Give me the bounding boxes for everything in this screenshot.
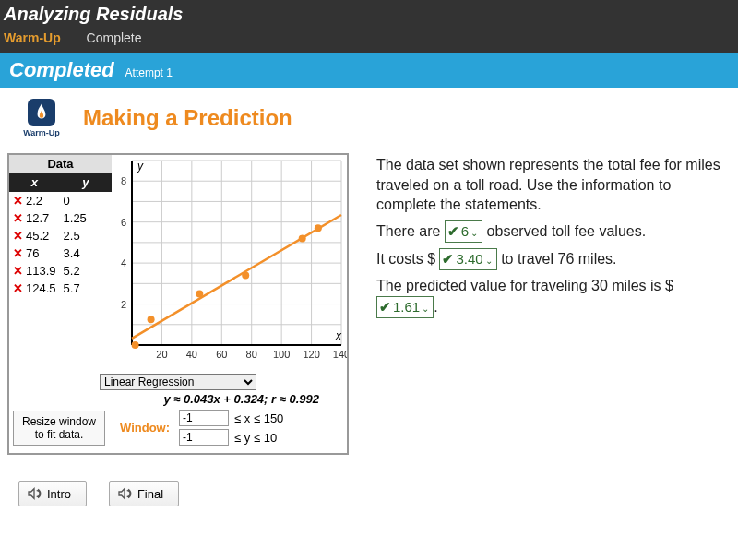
footer: Intro Final: [0, 473, 738, 521]
delete-row-icon[interactable]: ✕: [13, 246, 26, 260]
regression-select[interactable]: Linear Regression: [100, 374, 256, 390]
table-row: ✕124.55.7: [9, 280, 112, 297]
svg-text:100: 100: [273, 349, 290, 360]
svg-point-39: [315, 224, 322, 232]
col-header-y: y: [60, 173, 112, 192]
svg-point-34: [132, 341, 139, 349]
window-y-range: ≤ y ≤ 10: [234, 431, 283, 445]
window-label: Window:: [120, 421, 170, 435]
svg-text:y: y: [137, 160, 144, 173]
content-row: Data x y ✕2.20✕12.71.25✕45.22.5✕763.4✕11…: [0, 149, 738, 473]
scatter-plot: 204060801001201402468xy: [112, 155, 347, 367]
header-tabs: Warm-Up Complete: [4, 30, 738, 45]
intro-audio-button[interactable]: Intro: [18, 481, 87, 506]
delete-row-icon[interactable]: ✕: [13, 211, 26, 225]
data-table-wrap: Data x y ✕2.20✕12.71.25✕45.22.5✕763.4✕11…: [9, 155, 112, 370]
col-header-x: x: [9, 173, 60, 192]
window-xmin-input[interactable]: [179, 410, 229, 426]
lesson-header: Warm-Up Making a Prediction: [0, 88, 738, 149]
status-label: Completed: [9, 58, 114, 81]
warmup-badge-label: Warm-Up: [18, 128, 65, 137]
svg-text:40: 40: [186, 349, 197, 360]
svg-text:60: 60: [216, 349, 227, 360]
svg-point-37: [242, 271, 249, 279]
statement-pred30: The predicted value for traveling 30 mil…: [376, 276, 731, 318]
intro-paragraph: The data set shown represents the total …: [376, 155, 731, 215]
regression-equation: y ≈ 0.043x + 0.324; r ≈ 0.992: [13, 392, 319, 406]
table-row: ✕763.4: [9, 244, 112, 262]
window-ymin-input[interactable]: [179, 429, 229, 446]
svg-text:140: 140: [333, 349, 347, 360]
svg-text:120: 120: [303, 349, 319, 360]
delete-row-icon[interactable]: ✕: [13, 264, 26, 278]
svg-text:80: 80: [246, 349, 257, 360]
chart-area: 204060801001201402468xy: [112, 155, 347, 370]
data-table-title: Data: [9, 155, 112, 173]
svg-line-33: [132, 215, 341, 339]
speaker-icon: [117, 486, 132, 501]
status-attempt: Attempt 1: [125, 66, 173, 79]
tab-warmup[interactable]: Warm-Up: [4, 30, 61, 45]
table-row: ✕2.20: [9, 192, 112, 209]
status-bar: Completed Attempt 1: [0, 53, 738, 88]
delete-row-icon[interactable]: ✕: [13, 281, 26, 295]
left-panel: Data x y ✕2.20✕12.71.25✕45.22.5✕763.4✕11…: [7, 153, 349, 455]
delete-row-icon[interactable]: ✕: [13, 194, 26, 208]
window-x-range: ≤ x ≤ 150: [234, 411, 283, 425]
svg-point-36: [196, 290, 203, 297]
table-row: ✕45.22.5: [9, 227, 112, 244]
answer-cost76[interactable]: ✔3.40⌄: [439, 248, 496, 270]
answer-pred30[interactable]: ✔1.61⌄: [376, 296, 434, 318]
speaker-icon: [27, 486, 42, 501]
table-row: ✕12.71.25: [9, 209, 112, 227]
page-title: Analyzing Residuals: [4, 4, 738, 25]
lesson-title: Making a Prediction: [83, 105, 292, 131]
svg-text:x: x: [335, 329, 342, 342]
resize-window-button[interactable]: Resize window to fit data.: [13, 411, 105, 446]
svg-text:6: 6: [121, 217, 126, 228]
statement-count: There are ✔6⌄ observed toll fee values.: [376, 220, 731, 243]
app-header: Analyzing Residuals Warm-Up Complete: [0, 0, 738, 53]
delete-row-icon[interactable]: ✕: [13, 229, 26, 243]
svg-point-38: [299, 234, 306, 242]
data-table: x y ✕2.20✕12.71.25✕45.22.5✕763.4✕113.95.…: [9, 173, 112, 315]
final-audio-button[interactable]: Final: [109, 481, 179, 506]
table-row: ✕113.95.2: [9, 262, 112, 280]
statement-cost76: It costs $ ✔3.40⌄ to travel 76 miles.: [376, 248, 731, 270]
tab-complete[interactable]: Complete: [87, 30, 142, 45]
right-panel: The data set shown represents the total …: [376, 153, 731, 455]
svg-text:8: 8: [121, 175, 126, 186]
answer-count[interactable]: ✔6⌄: [445, 220, 482, 243]
table-row: [9, 297, 112, 315]
svg-text:4: 4: [121, 257, 126, 268]
svg-point-35: [148, 316, 155, 323]
svg-text:2: 2: [121, 299, 126, 310]
svg-text:20: 20: [156, 349, 167, 360]
flame-icon: [28, 99, 55, 126]
warmup-badge: Warm-Up: [18, 99, 65, 137]
